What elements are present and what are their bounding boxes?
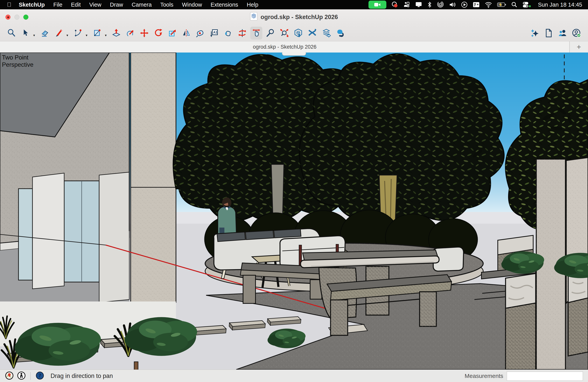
close-button[interactable] <box>5 15 10 20</box>
menu-file[interactable]: File <box>53 1 63 8</box>
window-title: ogrod.skp - SketchUp 2026 <box>261 14 338 21</box>
paint-bucket-tool-button[interactable] <box>222 27 234 40</box>
follow-me-tool-button[interactable] <box>124 27 136 40</box>
geolocation-icon[interactable] <box>5 371 14 381</box>
building <box>0 53 176 346</box>
select-tool-button[interactable] <box>20 27 32 40</box>
orbit-tool-button[interactable] <box>236 27 248 40</box>
statusbar: ? Drag in direction to pan Measurements <box>0 370 588 382</box>
minimize-button[interactable] <box>14 15 20 20</box>
account-button[interactable] <box>570 27 583 40</box>
ai-sparkles-button[interactable] <box>528 27 541 40</box>
macos-menubar:  SketchUp File Edit View Draw Camera To… <box>0 0 588 9</box>
screen:  SketchUp File Edit View Draw Camera To… <box>0 0 588 382</box>
line-dropdown-caret[interactable]: ▼ <box>66 34 69 37</box>
line-tool-button[interactable] <box>53 27 65 40</box>
wifi-icon[interactable] <box>485 1 492 8</box>
push-pull-tool-button[interactable] <box>110 27 122 40</box>
arc-dropdown-caret[interactable]: ▼ <box>85 34 88 37</box>
scan-essentials-tool-button[interactable] <box>306 27 318 40</box>
display-icon[interactable] <box>415 1 422 8</box>
airdrop-icon[interactable] <box>437 1 444 8</box>
tape-measure-tool-button[interactable] <box>194 27 206 40</box>
chat-tool-button[interactable] <box>334 27 346 40</box>
zoom-extents-tool-button[interactable] <box>278 27 290 40</box>
move-tool-button[interactable] <box>138 27 150 40</box>
measurements-label: Measurements <box>465 373 503 379</box>
zoom-tool-button[interactable] <box>264 27 276 40</box>
app-menu-sketchup[interactable]: SketchUp <box>19 1 45 8</box>
camera-mode-label: Two Point Perspective <box>2 54 33 68</box>
menu-extensions[interactable]: Extensions <box>210 1 238 8</box>
menu-tools[interactable]: Tools <box>160 1 173 8</box>
scene-canvas <box>0 53 588 370</box>
pan-tool-button[interactable] <box>250 27 262 40</box>
battery-charging-icon[interactable] <box>497 1 506 8</box>
status-hint: Drag in direction to pan <box>51 372 113 380</box>
flip-tool-button[interactable] <box>180 27 192 40</box>
text-tool-button[interactable]: A1 <box>208 27 220 40</box>
volume-icon[interactable] <box>449 1 456 8</box>
model-viewport[interactable]: Two Point Perspective <box>0 53 588 370</box>
attribution-icon[interactable] <box>17 371 26 381</box>
menu-draw[interactable]: Draw <box>110 1 123 8</box>
skp-file-icon <box>250 12 257 22</box>
menu-list: File Edit View Draw Camera Tools Window … <box>53 1 258 8</box>
tab-drag-handle[interactable] <box>282 52 306 56</box>
arc-tool-button[interactable] <box>72 27 84 40</box>
menubar-clock[interactable]: Sun Jan 18 14:45 <box>538 1 582 8</box>
apple-menu-icon[interactable]:  <box>7 1 11 8</box>
menu-camera[interactable]: Camera <box>132 1 152 8</box>
traffic-lights <box>5 15 28 20</box>
input-user-icon[interactable] <box>403 1 410 8</box>
measurements-input[interactable] <box>507 371 583 381</box>
toolbar: ▼ ▼ ▼ ▼ <box>0 25 588 41</box>
collaborate-button[interactable] <box>556 27 568 40</box>
record-indicator-icon[interactable] <box>391 1 398 8</box>
window-titlebar: ogrod.skp - SketchUp 2026 <box>0 9 588 25</box>
svg-text:A1: A1 <box>213 31 217 34</box>
play-icon[interactable] <box>461 1 468 8</box>
statusbar-separator <box>30 372 31 380</box>
screen-recording-icon[interactable] <box>368 0 386 9</box>
spotlight-icon[interactable] <box>511 1 517 8</box>
zoom-button[interactable] <box>23 15 28 20</box>
control-center-icon[interactable] <box>523 1 531 8</box>
bluetooth-icon[interactable] <box>427 1 432 8</box>
3d-warehouse-tool-button[interactable] <box>292 27 304 40</box>
scale-tool-button[interactable] <box>166 27 178 40</box>
document-tabbar: ogrod.skp - SketchUp 2026 + <box>0 41 588 53</box>
new-tab-button[interactable]: + <box>569 42 588 53</box>
shapes-dropdown-caret[interactable]: ▼ <box>105 34 107 37</box>
svg-text:?: ? <box>39 373 41 378</box>
send-to-layout-tool-button[interactable] <box>320 27 332 40</box>
menu-view[interactable]: View <box>89 1 101 8</box>
eraser-tool-button[interactable] <box>39 27 51 40</box>
menu-window[interactable]: Window <box>182 1 202 8</box>
document-tab-label: ogrod.skp - SketchUp 2026 <box>253 44 316 50</box>
search-tool-button[interactable] <box>5 27 18 40</box>
shapes-tool-button[interactable] <box>91 27 103 40</box>
keyboard-switcher-icon[interactable] <box>473 1 480 8</box>
new-document-button[interactable] <box>543 27 555 40</box>
help-icon[interactable]: ? <box>35 371 44 381</box>
rotate-tool-button[interactable] <box>152 27 164 40</box>
document-tab[interactable]: ogrod.skp - SketchUp 2026 <box>0 44 569 50</box>
menu-edit[interactable]: Edit <box>71 1 81 8</box>
menu-help[interactable]: Help <box>247 1 258 8</box>
select-dropdown-caret[interactable]: ▼ <box>33 34 36 37</box>
